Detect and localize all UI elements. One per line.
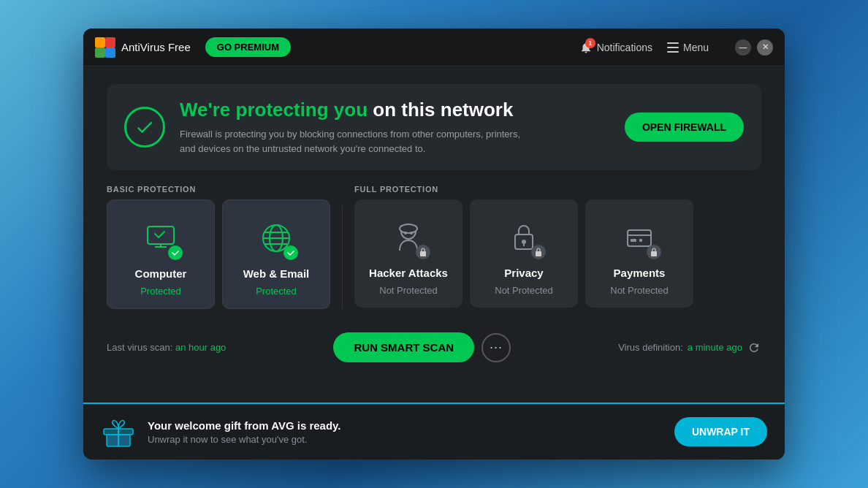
gift-icon [101, 414, 136, 449]
refresh-icon[interactable] [747, 340, 761, 355]
svg-rect-26 [651, 251, 657, 256]
privacy-card[interactable]: Privacy Not Protected [470, 199, 578, 308]
svg-rect-1 [105, 37, 115, 47]
shield-check-icon [124, 107, 165, 148]
hero-title-green: We're protecting you [180, 99, 368, 121]
svg-point-16 [410, 232, 413, 235]
last-scan-value: an hour ago [175, 342, 226, 353]
payments-card-status: Not Protected [610, 285, 669, 296]
gift-title: Your welcome gift from AVG is ready. [148, 419, 663, 432]
svg-rect-2 [95, 47, 105, 58]
notification-badge: 1 [585, 38, 595, 48]
hacker-attacks-status: Not Protected [379, 285, 438, 296]
gift-text: Your welcome gift from AVG is ready. Unw… [148, 419, 663, 445]
hero-section: We're protecting you on this network Fir… [107, 84, 761, 170]
last-scan-info: Last virus scan: an hour ago [107, 342, 226, 353]
svg-rect-22 [628, 230, 651, 246]
scan-actions: RUN SMART SCAN ··· [333, 332, 511, 362]
protection-section: BASIC PROTECTION [107, 185, 761, 309]
close-button[interactable]: ✕ [757, 39, 773, 56]
app-name: AntiVirus Free [121, 41, 191, 53]
svg-rect-24 [631, 239, 636, 242]
web-email-card-status: Protected [256, 286, 297, 297]
open-firewall-button[interactable]: OPEN FIREWALL [625, 113, 744, 142]
hacker-attacks-name: Hacker Attacks [369, 267, 448, 279]
menu-label: Menu [683, 42, 709, 53]
run-smart-scan-button[interactable]: RUN SMART SCAN [333, 332, 474, 362]
web-email-protection-card[interactable]: Web & Email Protected [222, 199, 330, 309]
payments-lock-badge [647, 245, 661, 259]
virus-def-label: Virus definition: [618, 342, 683, 353]
go-premium-button[interactable]: GO PREMIUM [205, 37, 291, 57]
payments-icon [616, 214, 663, 261]
svg-point-15 [404, 232, 407, 235]
privacy-card-name: Privacy [504, 267, 543, 279]
hamburger-icon [667, 42, 679, 53]
hacker-icon [385, 214, 432, 261]
payments-card-name: Payments [614, 267, 666, 279]
svg-rect-21 [536, 251, 541, 256]
hacker-lock-badge [416, 245, 430, 259]
virus-def-value: a minute ago [688, 342, 742, 353]
minimize-button[interactable]: — [735, 39, 751, 56]
full-protection-label: FULL PROTECTION [354, 185, 693, 194]
web-email-icon [253, 215, 300, 262]
gift-subtitle: Unwrap it now to see what you've got. [148, 434, 663, 445]
window-controls: — ✕ [735, 39, 773, 56]
computer-card-status: Protected [140, 286, 181, 297]
bell-icon: 1 [579, 41, 593, 54]
hero-text: We're protecting you on this network Fir… [180, 99, 610, 156]
web-check-badge [283, 245, 298, 260]
notifications-button[interactable]: 1 Notifications [579, 41, 652, 54]
hero-title: We're protecting you on this network [180, 99, 610, 121]
svg-rect-4 [667, 42, 679, 44]
web-email-card-name: Web & Email [243, 267, 310, 280]
svg-rect-0 [95, 37, 105, 47]
avg-logo-icon [95, 37, 115, 58]
svg-rect-3 [105, 47, 115, 58]
hacker-attacks-card[interactable]: Hacker Attacks Not Protected [354, 199, 462, 308]
svg-rect-6 [667, 51, 679, 53]
virus-definition-info: Virus definition: a minute ago [618, 340, 761, 355]
unwrap-button[interactable]: UNWRAP IT [674, 417, 767, 446]
full-protection-cards: Hacker Attacks Not Protected [354, 199, 693, 308]
section-divider [342, 205, 343, 309]
svg-rect-17 [420, 251, 426, 256]
hero-description: Firewall is protecting you by blocking c… [180, 127, 530, 156]
full-protection-group: FULL PROTECTION [354, 185, 693, 309]
gift-banner: Your welcome gift from AVG is ready. Unw… [83, 403, 785, 460]
more-dots: ··· [490, 340, 503, 355]
title-bar-right: 1 Notifications Menu — ✕ [579, 39, 773, 56]
computer-check-badge [168, 245, 183, 260]
privacy-card-status: Not Protected [495, 285, 553, 296]
logo-area: AntiVirus Free GO PREMIUM [95, 37, 579, 58]
hero-title-white: on this network [373, 99, 513, 121]
menu-button[interactable]: Menu [667, 42, 709, 53]
svg-point-14 [400, 224, 417, 233]
title-bar: AntiVirus Free GO PREMIUM 1 Notification… [83, 28, 785, 66]
notifications-label: Notifications [597, 42, 652, 53]
computer-protection-card[interactable]: Computer Protected [107, 199, 215, 309]
svg-rect-25 [639, 239, 642, 242]
privacy-icon [500, 214, 547, 261]
svg-point-19 [522, 240, 526, 244]
computer-icon [137, 215, 184, 262]
main-content: We're protecting you on this network Fir… [83, 66, 785, 403]
app-window: AntiVirus Free GO PREMIUM 1 Notification… [83, 28, 785, 460]
basic-protection-label: BASIC PROTECTION [107, 185, 330, 194]
basic-protection-group: BASIC PROTECTION [107, 185, 330, 309]
svg-rect-5 [667, 47, 679, 48]
computer-card-name: Computer [135, 267, 187, 280]
last-scan-label: Last virus scan: [107, 342, 172, 353]
more-options-button[interactable]: ··· [481, 333, 511, 362]
payments-card[interactable]: Payments Not Protected [585, 199, 693, 308]
privacy-lock-badge [531, 245, 546, 259]
basic-protection-cards: Computer Protected [107, 199, 330, 309]
bottom-bar: Last virus scan: an hour ago RUN SMART S… [107, 324, 761, 365]
